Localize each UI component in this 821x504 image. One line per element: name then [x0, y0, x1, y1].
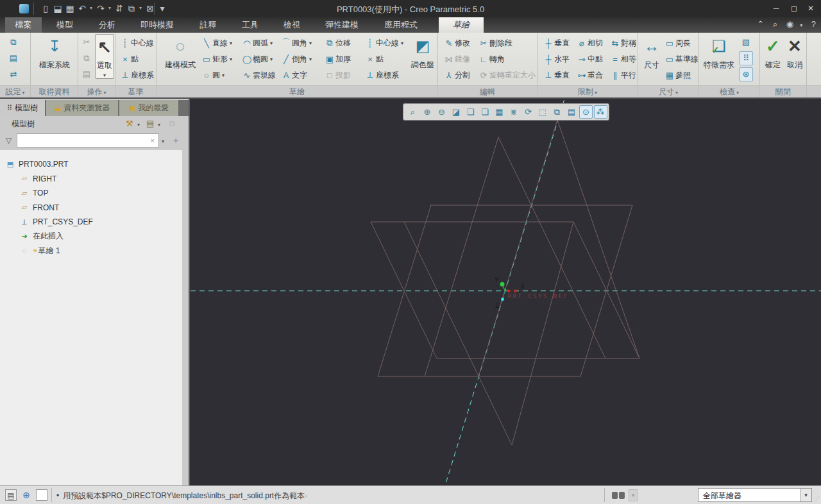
group-label-setup[interactable]: 設定 ▾	[0, 87, 30, 97]
minimize-button[interactable]: ─	[767, 3, 785, 14]
window-dropdown-icon[interactable]: ▾	[138, 2, 143, 15]
ribbon-button-座標系[interactable]: ⟂座標系	[119, 67, 154, 83]
ribbon-mini-button[interactable]: ⇄	[6, 67, 21, 81]
group-label-inspect[interactable]: 檢查 ▾	[699, 87, 759, 97]
ribbon-button-圓[interactable]: ○圓▾	[201, 67, 224, 83]
ribbon-button-旋轉重定大小[interactable]: ⟳旋轉重定大小	[478, 67, 536, 83]
named-views-icon[interactable]: ⧉	[550, 105, 564, 119]
sync-icon[interactable]: ◉▾	[786, 19, 802, 29]
ribbon-button-文字[interactable]: A文字	[280, 67, 307, 83]
filter-icon[interactable]: ▽	[6, 136, 12, 145]
clipping-icon[interactable]: ⬚	[536, 105, 550, 119]
tab-檔案[interactable]: 檔案	[5, 17, 42, 33]
redo-button[interactable]: ↷	[95, 2, 106, 15]
ribbon-button-點[interactable]: ×點	[364, 51, 384, 67]
tree-item-草繪 1[interactable]: ◌✳草繪 1	[19, 244, 60, 258]
ribbon-button-平行[interactable]: ∥平行	[609, 67, 636, 83]
close-window-button[interactable]: ⊠	[144, 2, 156, 15]
ribbon-button-選取[interactable]: ↖選取▾	[95, 34, 114, 79]
ribbon-button-確定[interactable]: ✓確定	[763, 34, 783, 71]
new-file-button[interactable]: ▯	[40, 2, 51, 15]
ribbon-button-雲規線[interactable]: ∿雲規線	[241, 67, 276, 83]
ribbon-button-對稱[interactable]: ⇆對稱	[609, 35, 636, 51]
ribbon-button-鏡像[interactable]: ⋈鏡像	[443, 51, 470, 67]
pin-icon[interactable]: ⧉	[169, 119, 175, 129]
ribbon-button-尺寸[interactable]: ↔尺寸	[641, 34, 663, 71]
ribbon-mini-button[interactable]: ⧉	[80, 51, 94, 65]
ribbon-mini-button[interactable]: ▤	[6, 51, 21, 65]
ribbon-button-相切[interactable]: ⌀相切	[576, 35, 603, 51]
window-button[interactable]: ⧉	[126, 2, 137, 15]
ribbon-button-刪除段[interactable]: ✂刪除段	[478, 35, 512, 51]
ribbon-button-點[interactable]: ×點	[119, 51, 139, 67]
tab-檢視[interactable]: 檢視	[272, 17, 312, 33]
maximize-button[interactable]: ◻	[785, 3, 803, 14]
tree-item-PRT0003.PRT[interactable]: ⬒PRT0003.PRT	[5, 157, 69, 171]
ribbon-mini-button[interactable]: ▧	[739, 35, 753, 49]
ribbon-mini-button[interactable]: ✂	[80, 35, 94, 49]
undo-dropdown-icon[interactable]: ▾	[89, 2, 94, 15]
browser-icon[interactable]: ⊕	[21, 489, 32, 501]
find-icon[interactable]	[611, 490, 627, 501]
ribbon-mini-button[interactable]: ⊛	[739, 67, 753, 81]
ribbon-button-特徵需求[interactable]: ❏✓特徵需求	[702, 34, 736, 71]
ribbon-mini-button[interactable]: ▤	[80, 67, 94, 81]
customize-button[interactable]: ▾	[157, 2, 168, 15]
ribbon-button-建構模式[interactable]: ◌建構模式	[162, 34, 199, 71]
navigator-tab-我的最愛[interactable]: ▣我的最愛	[119, 100, 178, 116]
undo-button[interactable]: ↶	[76, 2, 88, 15]
ribbon-button-矩形[interactable]: ▭矩形▾	[201, 51, 232, 67]
tab-應用程式[interactable]: 應用程式	[372, 17, 430, 33]
tree-tools-icon[interactable]: ⚒	[126, 119, 133, 128]
ribbon-button-修改[interactable]: ✎修改	[443, 35, 470, 51]
tab-即時模擬[interactable]: 即時模擬	[128, 17, 186, 33]
sketch-line[interactable]	[573, 222, 639, 358]
tree-item-TOP[interactable]: ▱TOP	[19, 186, 48, 200]
regenerate-button[interactable]: ⇵	[114, 2, 125, 15]
zoom-out-icon[interactable]: ⊖	[435, 105, 448, 119]
sketch-line[interactable]	[498, 137, 605, 358]
tab-草繪[interactable]: 草繪	[439, 17, 484, 33]
ribbon-button-取消[interactable]: ✕取消	[784, 34, 805, 71]
ribbon-button-倒角[interactable]: ╱倒角▾	[280, 51, 312, 67]
ribbon-button-檔案系統[interactable]: ↧檔案系統	[35, 34, 74, 71]
group-label-constrain[interactable]: 限制 ▾	[537, 87, 638, 97]
resize-grip[interactable]: ⋰	[813, 496, 820, 503]
reorient-icon[interactable]: ⟳	[521, 105, 535, 119]
tab-註釋[interactable]: 註釋	[188, 17, 228, 33]
clear-icon[interactable]: ×	[151, 137, 155, 144]
view-manager-icon[interactable]: ▤	[565, 105, 579, 119]
chevron-down-icon[interactable]: ▾	[800, 489, 811, 501]
ribbon-button-轉角[interactable]: ∟轉角	[478, 51, 505, 67]
ribbon-button-橢圓[interactable]: ◯橢圓▾	[241, 51, 273, 67]
app-icon[interactable]	[19, 4, 29, 13]
sketch-line[interactable]	[512, 222, 573, 445]
ribbon-button-調色盤[interactable]: ◩調色盤	[407, 34, 439, 71]
ribbon-button-水平[interactable]: ┼水平	[543, 51, 570, 67]
sketch-line[interactable]	[404, 222, 512, 445]
ribbon-mini-button[interactable]: ⧉	[6, 35, 21, 49]
chevron-down-icon[interactable]: ▾	[629, 489, 638, 501]
close-button[interactable]: ✕	[802, 3, 820, 14]
ribbon-button-參照[interactable]: ▦參照	[664, 67, 691, 83]
sketch-line[interactable]	[478, 120, 557, 376]
ribbon-button-投影[interactable]: □投影	[324, 67, 351, 83]
repaint-icon[interactable]: ◪	[450, 105, 463, 119]
tree-item-在此插入[interactable]: ➜在此插入	[19, 230, 63, 244]
zoom-window-icon[interactable]: ⌕	[406, 105, 419, 119]
ribbon-button-相等[interactable]: =相等	[609, 51, 636, 67]
tree-item-FRONT[interactable]: ▱FRONT	[19, 201, 59, 215]
chevron-down-icon[interactable]: ▾	[158, 122, 160, 128]
ribbon-button-基準線[interactable]: ▭基準線	[664, 51, 698, 67]
search-icon[interactable]: ⌕	[773, 19, 777, 29]
save-button[interactable]: ▦	[64, 2, 76, 15]
ribbon-button-分割[interactable]: ⅄分割	[443, 67, 470, 83]
sketch-line[interactable]	[371, 222, 437, 358]
tab-工具[interactable]: 工具	[230, 17, 270, 33]
model-tree-toggle-icon[interactable]: ▤	[5, 489, 17, 501]
tab-彈性建模[interactable]: 彈性建模	[314, 17, 370, 33]
blank-toggle-icon[interactable]	[36, 489, 47, 501]
ribbon-button-位移[interactable]: ⧉位移	[324, 35, 351, 51]
ribbon-button-中點[interactable]: ⊸中點	[576, 51, 603, 67]
tree-item-RIGHT[interactable]: ▱RIGHT	[19, 172, 56, 186]
